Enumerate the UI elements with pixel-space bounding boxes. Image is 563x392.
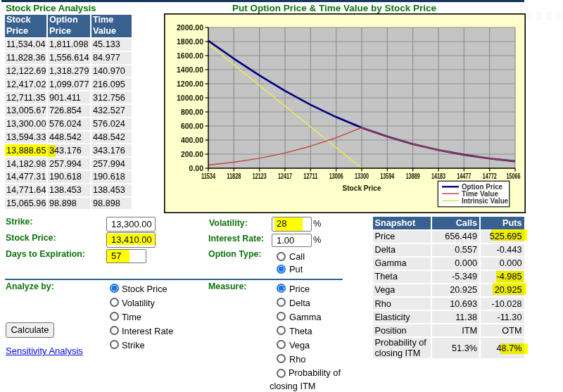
svg-text:Stock Price: Stock Price [343, 184, 381, 192]
svg-text:2000.00: 2000.00 [177, 23, 203, 32]
svg-text:0.00: 0.00 [189, 164, 204, 172]
svg-text:12711: 12711 [303, 172, 317, 180]
svg-text:200.00: 200.00 [181, 150, 203, 158]
svg-text:12123: 12123 [253, 172, 267, 180]
svg-text:800.00: 800.00 [181, 108, 203, 116]
svg-text:14772: 14772 [483, 172, 497, 180]
svg-text:12417: 12417 [278, 172, 292, 180]
svg-text:11828: 11828 [227, 172, 241, 180]
svg-text:13300: 13300 [355, 172, 369, 180]
svg-text:14183: 14183 [431, 172, 445, 180]
svg-text:13889: 13889 [406, 172, 420, 180]
svg-text:1000.00: 1000.00 [177, 94, 203, 102]
svg-text:1400.00: 1400.00 [177, 65, 203, 74]
svg-text:1600.00: 1600.00 [177, 51, 203, 60]
svg-text:13006: 13006 [329, 172, 343, 180]
svg-text:14477: 14477 [457, 172, 471, 180]
svg-text:13594: 13594 [380, 172, 395, 180]
svg-text:1800.00: 1800.00 [177, 37, 203, 46]
svg-text:11534: 11534 [201, 172, 216, 180]
svg-text:15066: 15066 [507, 172, 521, 180]
svg-text:1200.00: 1200.00 [177, 80, 203, 88]
svg-text:400.00: 400.00 [181, 136, 203, 144]
svg-text:600.00: 600.00 [181, 122, 203, 130]
svg-text:Intrinsic Value: Intrinsic Value [462, 196, 508, 205]
